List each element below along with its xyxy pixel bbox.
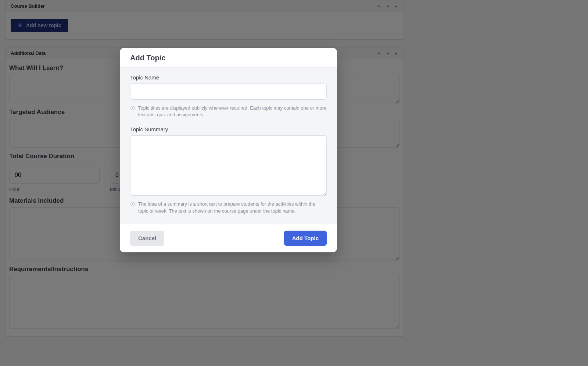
- topic-summary-hint-text: The idea of a summary is a short text to…: [138, 201, 327, 214]
- modal-footer: Cancel Add Topic: [120, 224, 337, 252]
- svg-point-5: [133, 107, 133, 107]
- modal-body: Topic Name Topic titles are displayed pu…: [120, 68, 337, 224]
- add-topic-modal: Add Topic Topic Name Topic titles are di…: [120, 48, 337, 252]
- topic-name-hint-text: Topic titles are displayed publicly wher…: [138, 105, 327, 118]
- topic-summary-input[interactable]: [130, 135, 327, 196]
- topic-name-label: Topic Name: [130, 74, 327, 81]
- info-icon: [130, 201, 135, 207]
- info-icon: [130, 105, 135, 111]
- modal-header: Add Topic: [120, 48, 337, 68]
- modal-title: Add Topic: [130, 54, 327, 62]
- svg-point-8: [133, 203, 133, 204]
- add-topic-button[interactable]: Add Topic: [284, 231, 327, 246]
- topic-summary-label: Topic Summary: [130, 126, 327, 132]
- topic-name-hint: Topic titles are displayed publicly wher…: [130, 105, 327, 118]
- topic-name-input[interactable]: [130, 83, 327, 100]
- cancel-button[interactable]: Cancel: [130, 231, 164, 246]
- topic-summary-hint: The idea of a summary is a short text to…: [130, 201, 327, 214]
- modal-overlay[interactable]: Add Topic Topic Name Topic titles are di…: [0, 0, 588, 366]
